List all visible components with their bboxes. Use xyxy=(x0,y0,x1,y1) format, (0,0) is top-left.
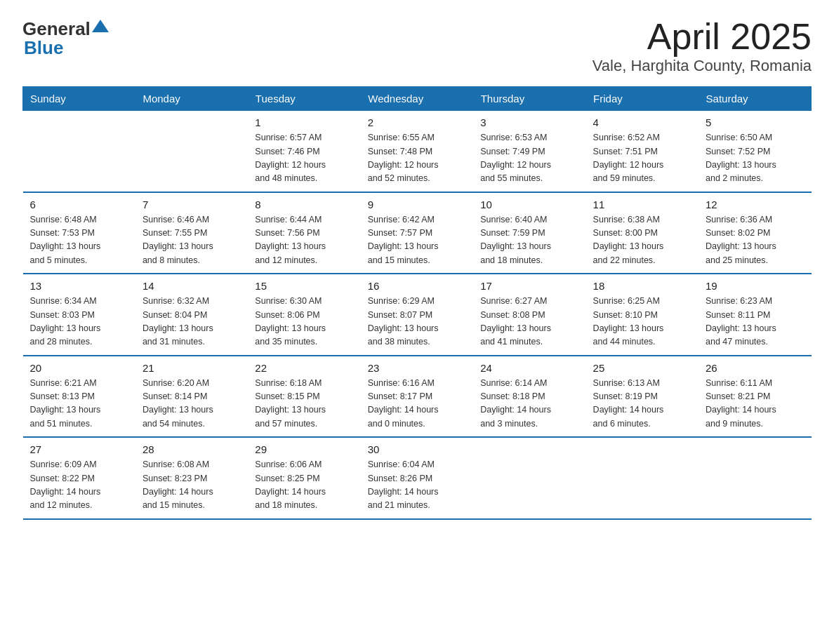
day-info: Sunrise: 6:14 AMSunset: 8:18 PMDaylight:… xyxy=(480,377,578,431)
day-number: 10 xyxy=(480,199,578,210)
calendar-cell: 9Sunrise: 6:42 AMSunset: 7:57 PMDaylight… xyxy=(361,192,473,274)
calendar-cell: 6Sunrise: 6:48 AMSunset: 7:53 PMDaylight… xyxy=(23,192,135,274)
day-info: Sunrise: 6:25 AMSunset: 8:10 PMDaylight:… xyxy=(593,295,691,349)
day-info: Sunrise: 6:13 AMSunset: 8:19 PMDaylight:… xyxy=(593,377,691,431)
calendar-cell: 11Sunrise: 6:38 AMSunset: 8:00 PMDayligh… xyxy=(586,192,699,274)
day-number: 12 xyxy=(706,199,804,210)
day-info: Sunrise: 6:30 AMSunset: 8:06 PMDaylight:… xyxy=(255,295,353,349)
calendar-cell: 18Sunrise: 6:25 AMSunset: 8:10 PMDayligh… xyxy=(586,274,699,356)
day-info: Sunrise: 6:46 AMSunset: 7:55 PMDaylight:… xyxy=(143,213,241,268)
calendar-cell: 24Sunrise: 6:14 AMSunset: 8:18 PMDayligh… xyxy=(473,356,585,438)
day-info: Sunrise: 6:20 AMSunset: 8:14 PMDaylight:… xyxy=(143,377,241,431)
day-info: Sunrise: 6:40 AMSunset: 7:59 PMDaylight:… xyxy=(480,213,578,268)
day-info: Sunrise: 6:16 AMSunset: 8:17 PMDaylight:… xyxy=(368,377,466,431)
day-info: Sunrise: 6:34 AMSunset: 8:03 PMDaylight:… xyxy=(30,295,128,349)
calendar-cell xyxy=(135,111,248,192)
day-info: Sunrise: 6:32 AMSunset: 8:04 PMDaylight:… xyxy=(143,295,241,349)
day-number: 1 xyxy=(255,116,353,128)
day-info: Sunrise: 6:36 AMSunset: 8:02 PMDaylight:… xyxy=(706,213,804,268)
calendar-cell: 17Sunrise: 6:27 AMSunset: 8:08 PMDayligh… xyxy=(473,274,585,356)
col-thursday: Thursday xyxy=(473,87,585,111)
col-sunday: Sunday xyxy=(23,87,135,111)
calendar-cell: 2Sunrise: 6:55 AMSunset: 7:48 PMDaylight… xyxy=(361,111,473,192)
col-tuesday: Tuesday xyxy=(248,87,360,111)
calendar-title: April 2025 xyxy=(593,17,812,57)
calendar-cell: 4Sunrise: 6:52 AMSunset: 7:51 PMDaylight… xyxy=(586,111,699,192)
day-number: 15 xyxy=(255,280,353,292)
day-number: 20 xyxy=(30,362,128,374)
calendar-cell: 10Sunrise: 6:40 AMSunset: 7:59 PMDayligh… xyxy=(473,192,585,274)
calendar-cell: 28Sunrise: 6:08 AMSunset: 8:23 PMDayligh… xyxy=(135,437,248,519)
calendar-cell: 13Sunrise: 6:34 AMSunset: 8:03 PMDayligh… xyxy=(23,274,135,356)
calendar-week-2: 6Sunrise: 6:48 AMSunset: 7:53 PMDaylight… xyxy=(23,192,812,274)
page-header: General Blue April 2025 Vale, Harghita C… xyxy=(22,17,812,75)
day-number: 21 xyxy=(143,362,241,374)
day-number: 2 xyxy=(368,116,466,128)
day-info: Sunrise: 6:38 AMSunset: 8:00 PMDaylight:… xyxy=(593,213,691,268)
day-number: 23 xyxy=(368,362,466,374)
day-number: 7 xyxy=(143,199,241,210)
day-number: 28 xyxy=(143,443,241,455)
calendar-table: Sunday Monday Tuesday Wednesday Thursday… xyxy=(22,86,812,520)
calendar-cell xyxy=(586,437,699,519)
calendar-cell xyxy=(473,437,585,519)
calendar-subtitle: Vale, Harghita County, Romania xyxy=(593,57,812,75)
day-number: 8 xyxy=(255,199,353,210)
day-info: Sunrise: 6:42 AMSunset: 7:57 PMDaylight:… xyxy=(368,213,466,268)
day-number: 17 xyxy=(480,280,578,292)
calendar-week-5: 27Sunrise: 6:09 AMSunset: 8:22 PMDayligh… xyxy=(23,437,812,519)
calendar-cell: 7Sunrise: 6:46 AMSunset: 7:55 PMDaylight… xyxy=(135,192,248,274)
day-info: Sunrise: 6:44 AMSunset: 7:56 PMDaylight:… xyxy=(255,213,353,268)
day-info: Sunrise: 6:52 AMSunset: 7:51 PMDaylight:… xyxy=(593,131,691,186)
day-info: Sunrise: 6:11 AMSunset: 8:21 PMDaylight:… xyxy=(706,377,804,431)
day-number: 29 xyxy=(255,443,353,455)
day-number: 6 xyxy=(30,199,128,210)
calendar-cell: 21Sunrise: 6:20 AMSunset: 8:14 PMDayligh… xyxy=(135,356,248,438)
col-saturday: Saturday xyxy=(699,87,811,111)
calendar-cell: 23Sunrise: 6:16 AMSunset: 8:17 PMDayligh… xyxy=(361,356,473,438)
calendar-cell: 30Sunrise: 6:04 AMSunset: 8:26 PMDayligh… xyxy=(361,437,473,519)
logo-blue: Blue xyxy=(24,37,63,59)
day-info: Sunrise: 6:48 AMSunset: 7:53 PMDaylight:… xyxy=(30,213,128,268)
calendar-cell: 27Sunrise: 6:09 AMSunset: 8:22 PMDayligh… xyxy=(23,437,135,519)
calendar-body: 1Sunrise: 6:57 AMSunset: 7:46 PMDaylight… xyxy=(23,111,812,519)
day-number: 19 xyxy=(706,280,804,292)
calendar-cell: 29Sunrise: 6:06 AMSunset: 8:25 PMDayligh… xyxy=(248,437,360,519)
col-friday: Friday xyxy=(586,87,699,111)
day-number: 22 xyxy=(255,362,353,374)
calendar-header: Sunday Monday Tuesday Wednesday Thursday… xyxy=(23,87,812,111)
calendar-cell xyxy=(699,437,811,519)
calendar-cell: 12Sunrise: 6:36 AMSunset: 8:02 PMDayligh… xyxy=(699,192,811,274)
day-number: 30 xyxy=(368,443,466,455)
calendar-cell xyxy=(23,111,135,192)
calendar-cell: 3Sunrise: 6:53 AMSunset: 7:49 PMDaylight… xyxy=(473,111,585,192)
calendar-cell: 8Sunrise: 6:44 AMSunset: 7:56 PMDaylight… xyxy=(248,192,360,274)
calendar-week-4: 20Sunrise: 6:21 AMSunset: 8:13 PMDayligh… xyxy=(23,356,812,438)
calendar-cell: 19Sunrise: 6:23 AMSunset: 8:11 PMDayligh… xyxy=(699,274,811,356)
day-number: 5 xyxy=(706,116,804,128)
calendar-cell: 25Sunrise: 6:13 AMSunset: 8:19 PMDayligh… xyxy=(586,356,699,438)
calendar-cell: 22Sunrise: 6:18 AMSunset: 8:15 PMDayligh… xyxy=(248,356,360,438)
calendar-cell: 14Sunrise: 6:32 AMSunset: 8:04 PMDayligh… xyxy=(135,274,248,356)
calendar-cell: 20Sunrise: 6:21 AMSunset: 8:13 PMDayligh… xyxy=(23,356,135,438)
day-info: Sunrise: 6:29 AMSunset: 8:07 PMDaylight:… xyxy=(368,295,466,349)
day-number: 24 xyxy=(480,362,578,374)
calendar-cell: 1Sunrise: 6:57 AMSunset: 7:46 PMDaylight… xyxy=(248,111,360,192)
day-info: Sunrise: 6:27 AMSunset: 8:08 PMDaylight:… xyxy=(480,295,578,349)
day-info: Sunrise: 6:50 AMSunset: 7:52 PMDaylight:… xyxy=(706,131,804,186)
day-info: Sunrise: 6:09 AMSunset: 8:22 PMDaylight:… xyxy=(30,458,128,513)
day-number: 27 xyxy=(30,443,128,455)
day-info: Sunrise: 6:21 AMSunset: 8:13 PMDaylight:… xyxy=(30,377,128,431)
day-info: Sunrise: 6:18 AMSunset: 8:15 PMDaylight:… xyxy=(255,377,353,431)
day-number: 25 xyxy=(593,362,691,374)
title-block: April 2025 Vale, Harghita County, Romani… xyxy=(593,17,812,75)
day-info: Sunrise: 6:57 AMSunset: 7:46 PMDaylight:… xyxy=(255,131,353,186)
day-number: 4 xyxy=(593,116,691,128)
svg-marker-0 xyxy=(92,20,109,32)
day-number: 16 xyxy=(368,280,466,292)
day-info: Sunrise: 6:53 AMSunset: 7:49 PMDaylight:… xyxy=(480,131,578,186)
col-monday: Monday xyxy=(135,87,248,111)
day-info: Sunrise: 6:08 AMSunset: 8:23 PMDaylight:… xyxy=(143,458,241,513)
day-info: Sunrise: 6:06 AMSunset: 8:25 PMDaylight:… xyxy=(255,458,353,513)
calendar-week-1: 1Sunrise: 6:57 AMSunset: 7:46 PMDaylight… xyxy=(23,111,812,192)
